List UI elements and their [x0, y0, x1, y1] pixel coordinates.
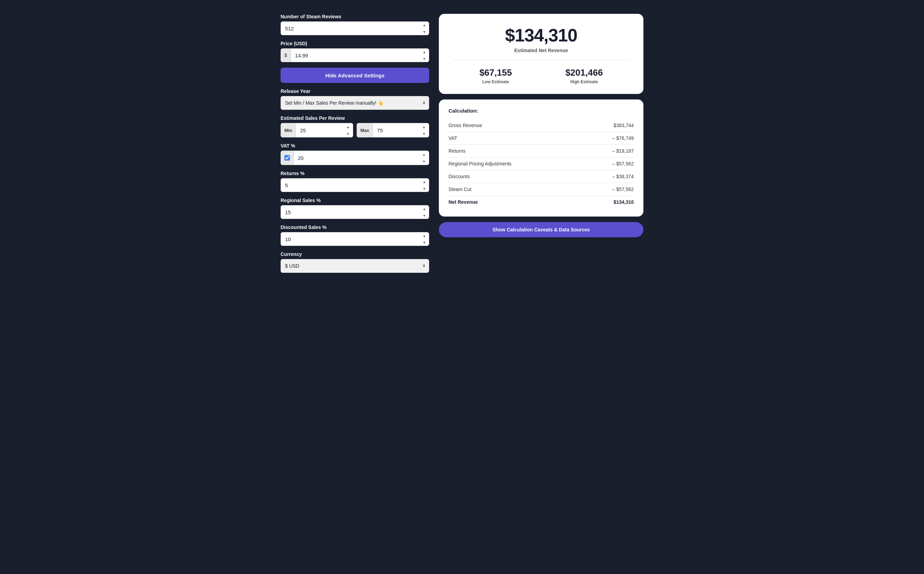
- calc-rows-container: Gross Revenue $383,744 VAT – $76,749 Ret…: [449, 119, 634, 208]
- low-estimate-label: Low Estimate: [479, 79, 512, 84]
- reviews-input-wrapper: ▲ ▼: [281, 21, 429, 35]
- main-container: Number of Steam Reviews ▲ ▼ Price (USD) …: [281, 14, 643, 273]
- revenue-divider: [453, 60, 630, 60]
- calc-row-name: VAT: [449, 136, 457, 141]
- revenue-card: $134,310 Estimated Net Revenue $67,155 L…: [439, 14, 643, 94]
- returns-input-wrapper: ▲ ▼: [281, 178, 429, 192]
- calc-row: Net Revenue $134,310: [449, 196, 634, 208]
- reviews-group: Number of Steam Reviews ▲ ▼: [281, 14, 429, 35]
- calc-row-value: $134,310: [614, 199, 634, 205]
- calc-title: Calculation:: [449, 108, 634, 114]
- vat-group: VAT % ▲ ▼: [281, 143, 429, 165]
- discounted-spinner: ▲ ▼: [420, 232, 429, 246]
- calc-row-value: $383,744: [614, 123, 634, 128]
- currency-select[interactable]: $ USD € EUR £ GBP: [281, 259, 429, 273]
- release-year-select-wrapper: Set Min / Max Sales Per Review manually!…: [281, 96, 429, 110]
- calc-row-name: Discounts: [449, 174, 470, 179]
- currency-select-wrapper: $ USD € EUR £ GBP ⬍: [281, 259, 429, 273]
- discounted-spin-down[interactable]: ▼: [420, 239, 429, 246]
- sales-min-spin-up[interactable]: ▲: [343, 123, 353, 130]
- calc-row-name: Gross Revenue: [449, 123, 482, 128]
- sales-max-spin-up[interactable]: ▲: [419, 123, 429, 130]
- regional-input-wrapper: ▲ ▼: [281, 205, 429, 219]
- calc-row-value: – $57,562: [612, 186, 634, 192]
- calc-row-name: Net Revenue: [449, 199, 478, 205]
- currency-label: Currency: [281, 251, 429, 257]
- vat-row: ▲ ▼: [281, 151, 429, 165]
- sales-max-spin-down[interactable]: ▼: [419, 130, 429, 137]
- calc-row-name: Regional Pricing Adjustments: [449, 161, 512, 166]
- calc-row: Gross Revenue $383,744: [449, 119, 634, 132]
- release-year-label: Release Year: [281, 88, 429, 94]
- regional-group: Regional Sales % ▲ ▼: [281, 197, 429, 219]
- price-spinner: ▲ ▼: [420, 48, 429, 62]
- calc-row-value: – $57,562: [612, 161, 634, 166]
- vat-spin-up[interactable]: ▲: [419, 151, 429, 158]
- price-spin-up[interactable]: ▲: [420, 48, 429, 55]
- sales-min-item: Min ▲ ▼: [281, 123, 353, 137]
- regional-input[interactable]: [281, 205, 429, 219]
- price-group: Price (USD) $ ▲ ▼: [281, 41, 429, 62]
- release-year-select[interactable]: Set Min / Max Sales Per Review manually!…: [281, 96, 429, 110]
- reviews-label: Number of Steam Reviews: [281, 14, 429, 19]
- calc-card: Calculation: Gross Revenue $383,744 VAT …: [439, 99, 643, 216]
- reviews-spin-up[interactable]: ▲: [420, 21, 429, 28]
- calc-row: Discounts – $38,374: [449, 170, 634, 183]
- sales-per-review-group: Estimated Sales Per Review Min ▲ ▼ Max ▲…: [281, 115, 429, 137]
- sales-per-review-label: Estimated Sales Per Review: [281, 115, 429, 121]
- price-input[interactable]: [291, 48, 429, 62]
- discounted-spin-up[interactable]: ▲: [420, 232, 429, 239]
- high-estimate-item: $201,466 High Estimate: [565, 67, 603, 84]
- discounted-group: Discounted Sales % ▲ ▼: [281, 224, 429, 246]
- high-estimate-label: High Estimate: [565, 79, 603, 84]
- sales-min-spinner: ▲ ▼: [343, 123, 353, 137]
- main-revenue: $134,310: [453, 25, 630, 46]
- price-label: Price (USD): [281, 41, 429, 46]
- returns-spin-down[interactable]: ▼: [420, 185, 429, 192]
- regional-spinner: ▲ ▼: [420, 205, 429, 219]
- high-estimate-value: $201,466: [565, 67, 603, 78]
- calc-row-name: Steam Cut: [449, 186, 471, 192]
- calc-row-value: – $19,187: [612, 148, 634, 154]
- calc-row: Regional Pricing Adjustments – $57,562: [449, 158, 634, 170]
- sales-min-spin-down[interactable]: ▼: [343, 130, 353, 137]
- calc-row-value: – $76,749: [612, 136, 634, 141]
- returns-input[interactable]: [281, 178, 429, 192]
- reviews-spin-down[interactable]: ▼: [420, 28, 429, 35]
- calc-row: Returns – $19,187: [449, 145, 634, 158]
- calc-row: Steam Cut – $57,562: [449, 183, 634, 196]
- calc-row-name: Returns: [449, 148, 466, 154]
- low-estimate-value: $67,155: [479, 67, 512, 78]
- price-prefix: $: [281, 48, 291, 62]
- discounted-label: Discounted Sales %: [281, 224, 429, 230]
- sales-max-item: Max ▲ ▼: [357, 123, 429, 137]
- sales-min-max-row: Min ▲ ▼ Max ▲ ▼: [281, 123, 429, 137]
- currency-group: Currency $ USD € EUR £ GBP ⬍: [281, 251, 429, 273]
- calc-row-value: – $38,374: [612, 174, 634, 179]
- estimate-row: $67,155 Low Estimate $201,466 High Estim…: [453, 67, 630, 84]
- hide-advanced-btn[interactable]: Hide Advanced Settings: [281, 68, 429, 83]
- vat-input[interactable]: [294, 151, 429, 165]
- sales-max-spinner: ▲ ▼: [419, 123, 429, 137]
- vat-spin-down[interactable]: ▼: [419, 158, 429, 165]
- sales-max-label: Max: [357, 123, 373, 137]
- reviews-spinner: ▲ ▼: [420, 21, 429, 35]
- calc-row: VAT – $76,749: [449, 132, 634, 145]
- returns-spin-up[interactable]: ▲: [420, 178, 429, 185]
- price-input-wrapper: $ ▲ ▼: [281, 48, 429, 62]
- discounted-input[interactable]: [281, 232, 429, 246]
- reviews-input[interactable]: [281, 21, 429, 35]
- vat-label: VAT %: [281, 143, 429, 148]
- vat-checkbox[interactable]: [284, 155, 290, 161]
- discounted-input-wrapper: ▲ ▼: [281, 232, 429, 246]
- regional-spin-down[interactable]: ▼: [420, 212, 429, 219]
- price-spin-down[interactable]: ▼: [420, 55, 429, 62]
- returns-group: Returns % ▲ ▼: [281, 170, 429, 192]
- regional-spin-up[interactable]: ▲: [420, 205, 429, 212]
- caveats-btn[interactable]: Show Calculation Caveats & Data Sources: [439, 222, 643, 237]
- estimated-net-label: Estimated Net Revenue: [453, 48, 630, 53]
- sales-min-label: Min: [281, 123, 296, 137]
- returns-spinner: ▲ ▼: [420, 178, 429, 192]
- returns-label: Returns %: [281, 170, 429, 176]
- release-year-group: Release Year Set Min / Max Sales Per Rev…: [281, 88, 429, 110]
